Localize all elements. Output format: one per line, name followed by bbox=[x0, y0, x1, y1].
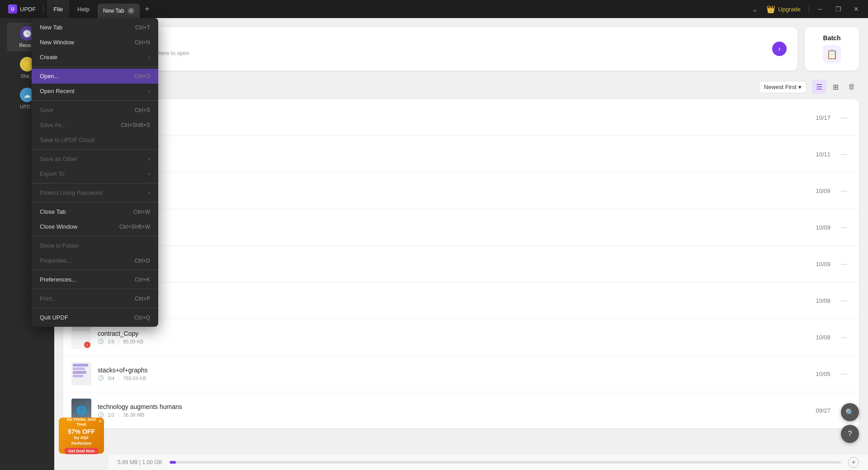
table-row[interactable]: ! scanned-pdf_OCR 🕒 1/2 | 479.49 KB 10/0… bbox=[63, 173, 859, 209]
batch-card[interactable]: Batch 📋 bbox=[805, 27, 859, 70]
more-options-button[interactable]: ··· bbox=[837, 111, 851, 124]
table-row[interactable]: contract 🕒 1/5 | 649.57 KB 10/17 ··· bbox=[63, 99, 859, 136]
table-row[interactable]: 🌐 technology augments humans 🕒 1/2 | 36.… bbox=[63, 392, 859, 428]
table-row[interactable]: contract 🕒 1/5 | 649.57 KB 10/11 ··· bbox=[63, 136, 859, 173]
file-pages: 1/5 bbox=[108, 339, 114, 344]
help-float-button[interactable]: ? bbox=[841, 425, 859, 443]
file-info: contract 🕒 1/5 | 649.57 KB bbox=[98, 147, 802, 161]
menu-item-create[interactable]: Create › bbox=[32, 50, 158, 65]
file-info: sample_pdf 🕒 1/1 | 531.70 KB bbox=[98, 257, 802, 271]
menu-item-label: Close Tab bbox=[40, 208, 66, 215]
file-date: 10/11 bbox=[808, 151, 830, 158]
app-name: UPDF bbox=[20, 6, 36, 13]
file-info: contract 🕒 1/5 | 649.57 KB bbox=[98, 110, 802, 125]
bars-thumb bbox=[71, 362, 91, 385]
menu-shortcut: Ctrl+O bbox=[134, 73, 150, 80]
ad-banner: ✕ No Tricks, Just Treat 57% OFF for PDF … bbox=[59, 418, 104, 454]
menu-item-label: New Tab bbox=[40, 24, 62, 31]
file-meta: 🕒 1/2 | 2.43 MB bbox=[98, 229, 802, 235]
table-row[interactable]: ! contract_Copy 🕒 1/5 | 85.00 KB 10/08 ·… bbox=[63, 319, 859, 356]
more-options-button[interactable]: ··· bbox=[837, 258, 851, 271]
help-menu[interactable]: Help bbox=[71, 0, 96, 18]
table-row[interactable]: sample_pdf 🕒 1/1 | 531.70 KB 10/09 ··· bbox=[63, 246, 859, 282]
menu-item-new-window[interactable]: New Window Ctrl+N bbox=[32, 35, 158, 50]
restore-button[interactable]: ❐ bbox=[831, 2, 845, 16]
page-icon: 🕒 bbox=[98, 375, 104, 381]
storage-add-button[interactable]: + bbox=[848, 457, 859, 468]
file-info: technology augments humans 🕒 1/2 | 36.38… bbox=[98, 403, 802, 418]
grid-view-button[interactable]: ⊞ bbox=[828, 80, 843, 94]
tab-bar: New Tab ✕ + bbox=[98, 0, 750, 18]
menu-item-preferences[interactable]: Preferences... Ctrl+K bbox=[32, 272, 158, 287]
file-date: 10/08 bbox=[808, 297, 830, 304]
add-tab-button[interactable]: + bbox=[142, 3, 153, 15]
menu-item-label: Properties... bbox=[40, 257, 71, 264]
menu-shortcut: Ctrl+K bbox=[135, 277, 150, 283]
storage-fill bbox=[170, 461, 176, 464]
minimize-button[interactable]: ─ bbox=[813, 2, 827, 16]
titlebar: U UPDF File Help New Tab ✕ + ⌄ 👑 Upgrade… bbox=[0, 0, 868, 18]
open-file-arrow[interactable]: › bbox=[772, 42, 787, 56]
menu-item-label: Save As... bbox=[40, 122, 66, 128]
menu-item-open[interactable]: Open... Ctrl+O bbox=[32, 69, 158, 84]
menu-item-open-recent[interactable]: Open Recent › bbox=[32, 84, 158, 99]
file-list: contract 🕒 1/5 | 649.57 KB 10/17 ··· bbox=[63, 99, 859, 428]
file-menu[interactable]: File bbox=[47, 0, 69, 18]
menu-item-label: Export To bbox=[40, 170, 65, 177]
menu-item-label: Close Window bbox=[40, 223, 77, 230]
menu-separator bbox=[32, 308, 158, 308]
recent-header: Recent Newest First ▾ ☰ ⊞ 🗑 bbox=[63, 80, 859, 94]
dropdown-icon[interactable]: ⌄ bbox=[751, 4, 758, 14]
top-cards: 📂 Open File Drag and drop the file here … bbox=[63, 27, 859, 70]
menu-item-close-tab[interactable]: Close Tab Ctrl+W bbox=[32, 204, 158, 219]
close-tab-button[interactable]: ✕ bbox=[128, 8, 134, 14]
search-float-button[interactable]: 🔍 bbox=[841, 403, 859, 421]
menu-item-close-window[interactable]: Close Window Ctrl+Shift+W bbox=[32, 219, 158, 234]
more-options-button[interactable]: ··· bbox=[837, 367, 851, 381]
menu-shortcut: Ctrl+W bbox=[133, 209, 150, 215]
menu-item-quit[interactable]: Quit UPDF Ctrl+Q bbox=[32, 310, 158, 325]
batch-label: Batch bbox=[823, 34, 841, 42]
more-options-button[interactable]: ··· bbox=[837, 331, 851, 344]
open-file-card[interactable]: 📂 Open File Drag and drop the file here … bbox=[63, 27, 797, 70]
menu-item-new-tab[interactable]: New Tab Ctrl+T bbox=[32, 20, 158, 35]
new-tab-label: New Tab bbox=[103, 8, 124, 14]
file-date: 10/09 bbox=[808, 188, 830, 194]
submenu-arrow-icon: › bbox=[148, 171, 150, 177]
menu-item-label: Create bbox=[40, 54, 57, 61]
upgrade-button[interactable]: 👑 Upgrade bbox=[762, 3, 805, 15]
app-logo: U UPDF bbox=[5, 5, 39, 14]
file-name: contract_Copy_Copy bbox=[98, 293, 802, 301]
file-info: scanned-pdf 🕒 1/2 | 2.43 MB bbox=[98, 220, 802, 235]
more-options-button[interactable]: ··· bbox=[837, 294, 851, 307]
menu-item-properties: Properties... Ctrl+D bbox=[32, 253, 158, 268]
sort-dropdown[interactable]: Newest First ▾ bbox=[759, 81, 807, 93]
ad-close-button[interactable]: ✕ bbox=[98, 418, 102, 424]
file-meta: 🕒 1/5 | 91.87 KB bbox=[98, 302, 802, 308]
menu-item-label: Save bbox=[40, 107, 53, 113]
file-meta: 🕒 1/5 | 85.00 KB bbox=[98, 338, 802, 344]
delete-button[interactable]: 🗑 bbox=[844, 80, 859, 94]
storage-bar: 5.89 MB | 1.00 GB + bbox=[108, 454, 868, 470]
file-name: scanned-pdf bbox=[98, 220, 802, 227]
ad-deal-button[interactable]: Get Deal Now bbox=[65, 448, 98, 454]
file-meta: 🕒 1/2 | 36.38 MB bbox=[98, 412, 802, 418]
file-info: contract_Copy 🕒 1/5 | 85.00 KB bbox=[98, 330, 802, 344]
ad-text: No Tricks, Just Treat 57% OFF for PDF Pe… bbox=[61, 417, 101, 446]
table-row[interactable]: stacks+of+graphs 🕒 3/4 | 789.59 KB 10/05… bbox=[63, 356, 859, 392]
more-options-button[interactable]: ··· bbox=[837, 184, 851, 197]
close-window-button[interactable]: ✕ bbox=[849, 2, 863, 16]
more-options-button[interactable]: ··· bbox=[837, 221, 851, 234]
file-name: stacks+of+graphs bbox=[98, 367, 802, 374]
new-tab[interactable]: New Tab ✕ bbox=[98, 4, 139, 18]
table-row[interactable]: 🖼 scanned-pdf 🕒 1/2 | 2.43 MB 10/09 ··· bbox=[63, 209, 859, 246]
file-info: contract_Copy_Copy 🕒 1/5 | 91.87 KB bbox=[98, 293, 802, 308]
more-options-button[interactable]: ··· bbox=[837, 148, 851, 161]
menu-item-label: Show in Folder bbox=[40, 242, 79, 249]
table-row[interactable]: contract_Copy_Copy 🕒 1/5 | 91.87 KB 10/0… bbox=[63, 282, 859, 319]
file-date: 10/17 bbox=[808, 114, 830, 121]
file-name: contract_Copy bbox=[98, 330, 802, 337]
list-view-button[interactable]: ☰ bbox=[812, 80, 826, 94]
menu-separator bbox=[32, 183, 158, 183]
error-badge: ! bbox=[84, 342, 90, 348]
